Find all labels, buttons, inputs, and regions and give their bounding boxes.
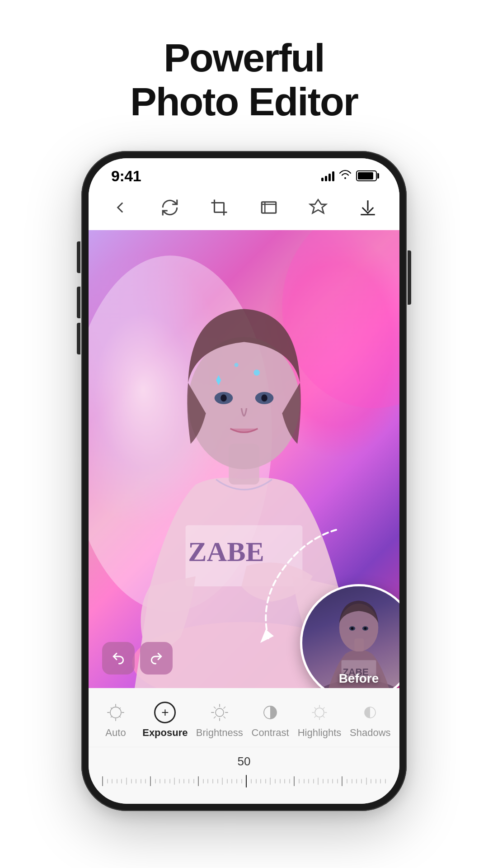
- effects-button[interactable]: [305, 194, 332, 221]
- slider-value: 50: [102, 755, 386, 769]
- highlights-icon: [308, 701, 331, 724]
- status-time: 9:41: [111, 167, 141, 185]
- wifi-icon: [339, 169, 352, 183]
- rotate-button[interactable]: [156, 194, 183, 221]
- bottom-panel: Auto Exposure: [89, 688, 399, 804]
- brightness-icon: [208, 701, 231, 724]
- undo-button[interactable]: [102, 642, 135, 675]
- transform-button[interactable]: [255, 194, 282, 221]
- svg-point-18: [253, 369, 260, 376]
- svg-point-29: [364, 627, 367, 630]
- slider-area: 50: [89, 747, 399, 795]
- back-button[interactable]: [107, 194, 134, 221]
- svg-point-15: [221, 394, 227, 401]
- tool-auto-label: Auto: [105, 727, 126, 739]
- before-comparison-circle[interactable]: ZABE Before: [300, 584, 399, 688]
- redo-button[interactable]: [140, 642, 173, 675]
- signal-icon: [321, 170, 334, 181]
- svg-point-28: [351, 627, 354, 630]
- svg-point-12: [188, 337, 300, 469]
- contrast-icon: [258, 701, 282, 724]
- tool-highlights[interactable]: Highlights: [293, 697, 345, 742]
- photo-area: ZABE: [89, 230, 399, 688]
- status-bar: 9:41: [89, 158, 399, 189]
- svg-marker-20: [260, 629, 274, 643]
- shadows-icon: [358, 701, 382, 724]
- svg-point-16: [261, 394, 267, 401]
- tool-contrast-label: Contrast: [252, 727, 289, 739]
- tool-shadows[interactable]: Shadows: [346, 697, 395, 742]
- tool-exposure-label: Exposure: [142, 727, 188, 739]
- tool-exposure[interactable]: Exposure: [138, 697, 192, 742]
- svg-point-31: [216, 708, 224, 717]
- slider-track[interactable]: [102, 772, 386, 790]
- phone-frame: 9:41: [81, 151, 407, 811]
- tool-brightness-label: Brightness: [196, 727, 243, 739]
- auto-icon: [104, 701, 127, 724]
- top-toolbar: [89, 189, 399, 230]
- tool-highlights-label: Highlights: [298, 727, 342, 739]
- photo-background: ZABE: [89, 230, 399, 688]
- tool-auto[interactable]: Auto: [93, 697, 138, 742]
- svg-point-19: [235, 363, 239, 367]
- tool-shadows-label: Shadows: [350, 727, 391, 739]
- crop-button[interactable]: [206, 194, 233, 221]
- before-image: ZABE Before: [302, 586, 399, 688]
- svg-rect-0: [215, 203, 224, 212]
- tools-row: Auto Exposure: [89, 688, 399, 747]
- svg-rect-5: [262, 202, 276, 213]
- tool-contrast[interactable]: Contrast: [247, 697, 294, 742]
- download-button[interactable]: [354, 194, 381, 221]
- before-label: Before: [302, 671, 399, 686]
- undo-redo-group: [102, 642, 173, 675]
- page-title: Powerful Photo Editor: [130, 36, 358, 124]
- battery-icon: [356, 170, 377, 181]
- tool-brightness[interactable]: Brightness: [192, 697, 247, 742]
- svg-point-33: [315, 708, 324, 717]
- phone-screen: 9:41: [89, 158, 399, 804]
- status-icons: [321, 169, 377, 183]
- exposure-icon: [153, 701, 177, 724]
